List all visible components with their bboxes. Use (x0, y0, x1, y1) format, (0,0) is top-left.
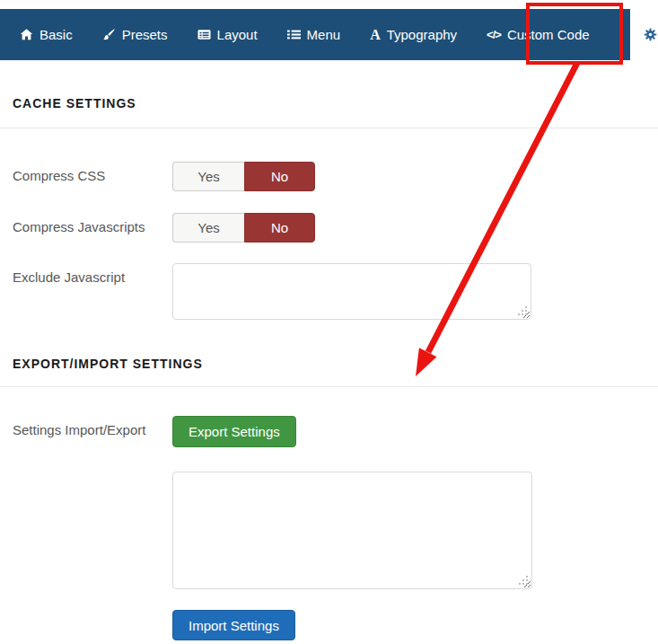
top-navbar: Basic Presets Layout Menu A Typography <… (0, 9, 658, 60)
compress-css-row: Compress CSS Yes No (0, 162, 658, 191)
export-import-title: EXPORT/IMPORT SETTINGS (13, 357, 658, 372)
tab-presets[interactable]: Presets (102, 9, 168, 60)
tab-typography[interactable]: A Typography (370, 9, 457, 60)
compress-js-no-button[interactable]: No (244, 213, 315, 243)
settings-panel: CACHE SETTINGS Compress CSS Yes No Compr… (0, 96, 658, 644)
theme-settings-page: { "navbar": { "items": [ { "label": "Bas… (0, 0, 658, 644)
settings-import-export-label: Settings Import/Export (13, 416, 172, 438)
tab-basic-label: Basic (39, 27, 73, 42)
home-icon (20, 28, 33, 41)
tab-menu-label: Menu (307, 27, 341, 42)
compress-js-yes-button[interactable]: Yes (172, 213, 244, 243)
exclude-js-textarea[interactable] (172, 263, 531, 320)
export-settings-button[interactable]: Export Settings (172, 416, 296, 447)
code-icon: </> (487, 28, 501, 41)
import-textarea-wrap (172, 472, 532, 589)
tab-presets-label: Presets (122, 27, 168, 42)
paint-brush-icon (102, 28, 116, 41)
exclude-js-textarea-wrap (172, 263, 531, 320)
menu-list-icon (287, 28, 301, 41)
settings-export-row: Settings Import/Export Export Settings (0, 416, 658, 447)
compress-css-toggle: Yes No (172, 162, 315, 191)
tab-layout-label: Layout (217, 27, 258, 42)
layout-icon (197, 28, 211, 41)
section-divider (0, 386, 658, 387)
compress-js-row: Compress Javascripts Yes No (0, 213, 658, 243)
compress-css-yes-button[interactable]: Yes (172, 162, 244, 191)
font-icon: A (370, 28, 381, 42)
exclude-js-label: Exclude Javascript (13, 263, 172, 286)
compress-css-no-button[interactable]: No (244, 162, 315, 191)
tab-basic[interactable]: Basic (20, 9, 73, 60)
tab-custom-code[interactable]: </> Custom Code (487, 9, 590, 60)
import-settings-button[interactable]: Import Settings (172, 610, 295, 640)
tab-advanced[interactable]: Advanced (630, 9, 658, 60)
import-textarea-row (0, 472, 658, 589)
gear-icon (644, 28, 657, 41)
import-button-row: Import Settings (0, 610, 658, 644)
exclude-js-row: Exclude Javascript (0, 263, 658, 320)
import-settings-textarea[interactable] (172, 472, 532, 589)
compress-css-label: Compress CSS (13, 162, 172, 184)
compress-js-toggle: Yes No (172, 213, 315, 243)
tab-layout[interactable]: Layout (197, 9, 258, 60)
compress-js-label: Compress Javascripts (13, 213, 172, 235)
tab-typography-label: Typography (387, 27, 457, 42)
tab-menu[interactable]: Menu (287, 9, 341, 60)
section-divider (0, 128, 658, 128)
cache-settings-title: CACHE SETTINGS (13, 96, 658, 111)
tab-custom-code-label: Custom Code (507, 27, 590, 42)
